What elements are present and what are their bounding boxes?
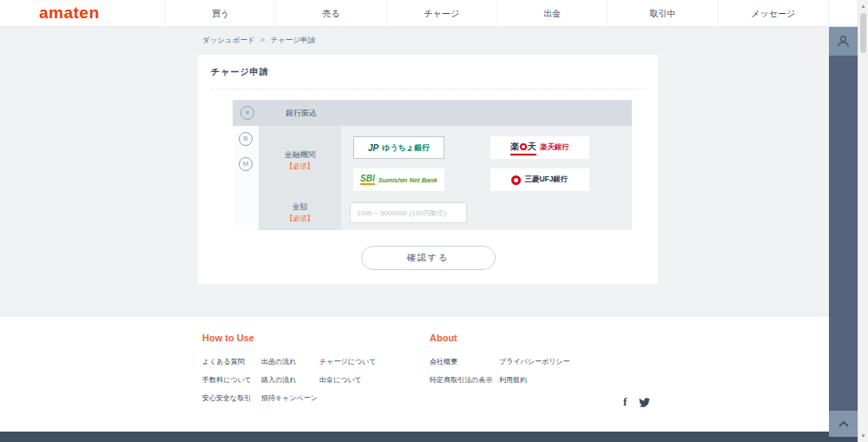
- top-nav: amaten 買う 売る チャージ 出金 取引中 メッセージ: [0, 0, 858, 27]
- bank-field-required-badge: 【必須】: [286, 162, 314, 173]
- charge-request-card: チャージ申請 ¥ 銀行振込 B M 金融機関 【必須】 JP: [198, 55, 658, 284]
- breadcrumb-dashboard-link[interactable]: ダッシュボード: [202, 36, 255, 44]
- bank-option-sbi-sumishin[interactable]: SBI Sumishin Net Bank: [353, 168, 444, 191]
- footer-how-to-use-title: How to Use: [202, 333, 376, 343]
- footer-link-company[interactable]: 会社概要: [430, 357, 499, 375]
- amount-input-cell: [341, 195, 632, 230]
- rakuten-coin-icon: [520, 143, 527, 150]
- footer-link-terms[interactable]: 利用規約: [499, 375, 570, 393]
- bank-field-label: 金融機関: [285, 148, 316, 161]
- method-bank-transfer-label: 銀行振込: [286, 108, 317, 119]
- nav-item-buy[interactable]: 買う: [165, 0, 275, 27]
- rakuten-mark-left: 楽: [510, 141, 519, 153]
- bank-option-japan-post[interactable]: JP ゆうちょ銀行: [353, 136, 444, 159]
- amaten-logo[interactable]: amaten: [39, 0, 100, 27]
- bank-name-rakuten: 楽天銀行: [540, 142, 569, 153]
- amount-input[interactable]: [350, 202, 467, 223]
- breadcrumb-current: チャージ申請: [270, 36, 315, 44]
- page-scrollbar[interactable]: ▲ ▼: [858, 0, 868, 442]
- yen-icon: ¥: [240, 106, 254, 120]
- charge-method-accordion: ¥ 銀行振込 B M 金融機関 【必須】 JP ゆうちょ銀行: [233, 100, 632, 230]
- nav-item-charge[interactable]: チャージ: [386, 0, 496, 27]
- bank-option-rakuten[interactable]: 楽 天 楽天銀行: [490, 136, 589, 159]
- bank-field-row: 金融機関 【必須】 JP ゆうちょ銀行 楽 天: [259, 126, 632, 195]
- amount-field-label-cell: 金額 【必須】: [259, 195, 341, 230]
- confirm-button[interactable]: 確認する: [361, 246, 496, 270]
- bank-name-mufg: 三菱UFJ銀行: [524, 175, 568, 185]
- mufg-logo-icon: [511, 175, 521, 185]
- footer-link-commercial-law[interactable]: 特定商取引法の表示: [430, 375, 499, 393]
- footer-link-about-charge[interactable]: チャージについて: [319, 357, 376, 375]
- nav-item-sell[interactable]: 売る: [275, 0, 385, 27]
- social-links: f: [623, 396, 650, 408]
- bank-field-label-cell: 金融機関 【必須】: [259, 126, 341, 195]
- footer-link-fees[interactable]: 手数料について: [202, 375, 261, 393]
- nav-item-trading[interactable]: 取引中: [607, 0, 717, 27]
- scroll-to-top-button[interactable]: [829, 411, 858, 437]
- sbi-logo-icon: SBI: [360, 175, 375, 185]
- amount-field-row: 金額 【必須】: [259, 195, 632, 230]
- footer-how-to-use-links: よくある質問 手数料について 安心安全な取引 出品の流れ 購入の流れ 招待キャン…: [202, 357, 376, 412]
- footer-link-faq[interactable]: よくある質問: [202, 357, 261, 375]
- scrollbar-up-arrow[interactable]: ▲: [858, 3, 868, 9]
- footer: How to Use よくある質問 手数料について 安心安全な取引 出品の流れ …: [0, 317, 829, 432]
- avatar-button[interactable]: [829, 27, 858, 56]
- user-icon: [836, 34, 851, 49]
- rakuten-mark-right: 天: [528, 141, 536, 153]
- footer-how-to-use: How to Use よくある質問 手数料について 安心安全な取引 出品の流れ …: [202, 333, 376, 412]
- breadcrumb-separator: >: [260, 36, 265, 44]
- footer-link-safe-trade[interactable]: 安心安全な取引: [202, 393, 261, 412]
- amount-field-label: 金額: [293, 201, 308, 213]
- main-nav: 買う 売る チャージ 出金 取引中 メッセージ: [165, 0, 829, 27]
- nav-item-messages[interactable]: メッセージ: [718, 0, 829, 27]
- method-rail: B M: [233, 126, 259, 230]
- footer-link-about-withdraw[interactable]: 出金について: [319, 375, 376, 393]
- footer-about: About 会社概要 特定商取引法の表示 プライバシーポリシー 利用規約: [430, 333, 570, 393]
- rakuten-logo-icon: 楽 天: [510, 141, 536, 155]
- facebook-icon[interactable]: f: [623, 396, 627, 408]
- monacoin-icon[interactable]: M: [239, 157, 253, 171]
- page-title: チャージ申請: [211, 66, 269, 78]
- bottom-bar: [0, 432, 858, 442]
- breadcrumb: ダッシュボード > チャージ申請: [202, 36, 315, 46]
- amount-field-required-badge: 【必須】: [286, 214, 314, 225]
- scrollbar-thumb[interactable]: [860, 13, 866, 53]
- bank-transfer-form: B M 金融機関 【必須】 JP ゆうちょ銀行: [233, 126, 632, 230]
- footer-link-privacy-policy[interactable]: プライバシーポリシー: [499, 357, 570, 375]
- scrollbar-down-arrow[interactable]: ▼: [858, 433, 868, 439]
- bank-option-mufg[interactable]: 三菱UFJ銀行: [490, 168, 589, 191]
- method-bank-transfer-header[interactable]: ¥ 銀行振込: [233, 100, 632, 126]
- bank-options: JP ゆうちょ銀行 楽 天 楽天銀行 SBI: [341, 126, 632, 195]
- chevron-up-icon: [838, 420, 850, 427]
- footer-link-purchase-flow[interactable]: 購入の流れ: [261, 375, 319, 393]
- bitcoin-icon[interactable]: B: [239, 132, 253, 146]
- japan-post-logo-icon: JP: [368, 143, 378, 153]
- footer-about-links: 会社概要 特定商取引法の表示 プライバシーポリシー 利用規約: [430, 357, 570, 393]
- right-sidebar: [829, 27, 858, 442]
- footer-about-title: About: [430, 333, 570, 343]
- bank-transfer-fields: 金融機関 【必須】 JP ゆうちょ銀行 楽 天: [259, 126, 632, 230]
- bank-name-japan-post: ゆうちょ銀行: [382, 142, 430, 154]
- twitter-icon[interactable]: [639, 398, 650, 407]
- bank-name-sbi-sumishin: Sumishin Net Bank: [378, 176, 437, 184]
- footer-link-listing-flow[interactable]: 出品の流れ: [261, 357, 319, 375]
- footer-link-invite-campaign[interactable]: 招待キャンペーン: [261, 393, 319, 412]
- card-title-row: チャージ申請: [211, 55, 645, 89]
- nav-item-withdraw[interactable]: 出金: [496, 0, 607, 27]
